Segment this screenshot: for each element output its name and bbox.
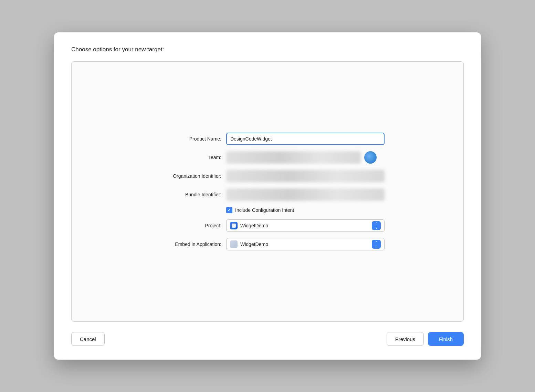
include-config-intent-checkbox[interactable]: [226, 207, 232, 213]
project-arrows-icon: [372, 221, 381, 230]
project-value: WidgetDemo: [240, 223, 372, 228]
project-select[interactable]: WidgetDemo: [226, 219, 385, 232]
checkbox-row: Include Configuration Intent: [150, 207, 385, 213]
product-name-control: [226, 133, 385, 145]
org-identifier-row: Organization Identifier:: [150, 170, 385, 182]
team-row-inner: [226, 151, 385, 164]
footer-left: Cancel: [71, 332, 105, 346]
cancel-button[interactable]: Cancel: [71, 332, 105, 346]
embed-app-arrows-icon: [372, 240, 381, 249]
org-identifier-control: [226, 170, 385, 182]
dialog-title: Choose options for your new target:: [71, 46, 464, 53]
team-row: Team:: [150, 151, 385, 164]
dialog: Choose options for your new target: Prod…: [54, 32, 481, 360]
dialog-footer: Cancel Previous Finish: [71, 332, 464, 346]
bundle-identifier-blurred: [226, 188, 385, 201]
team-label: Team:: [150, 155, 226, 160]
dialog-content-area: Product Name: Team: Organization Identif…: [71, 61, 464, 322]
bundle-identifier-label: Bundle Identifier:: [150, 192, 226, 197]
previous-button[interactable]: Previous: [387, 332, 424, 346]
product-name-label: Product Name:: [150, 136, 226, 142]
embed-app-select[interactable]: WidgetDemo: [226, 238, 385, 250]
finish-button[interactable]: Finish: [428, 332, 464, 346]
org-identifier-blurred: [226, 170, 385, 182]
bundle-identifier-row: Bundle Identifier:: [150, 188, 385, 201]
team-control: [226, 151, 385, 164]
project-control: WidgetDemo: [226, 219, 385, 232]
bundle-identifier-control: [226, 188, 385, 201]
embed-app-control: WidgetDemo: [226, 238, 385, 250]
include-config-intent-label[interactable]: Include Configuration Intent: [226, 207, 294, 213]
project-icon-inner: [232, 224, 236, 228]
team-blurred-field: [226, 151, 361, 164]
embed-app-icon: [230, 240, 238, 248]
org-identifier-label: Organization Identifier:: [150, 173, 226, 179]
project-row: Project: WidgetDemo: [150, 219, 385, 232]
form-rows: Product Name: Team: Organization Identif…: [99, 133, 436, 250]
product-name-input[interactable]: [226, 133, 385, 145]
project-label: Project:: [150, 223, 226, 228]
product-name-row: Product Name:: [150, 133, 385, 145]
embed-app-value: WidgetDemo: [240, 241, 372, 247]
embed-app-label: Embed in Application:: [150, 241, 226, 247]
project-icon: [230, 222, 238, 229]
embed-app-row: Embed in Application: WidgetDemo: [150, 238, 385, 250]
team-avatar: [364, 151, 377, 164]
footer-right: Previous Finish: [387, 332, 464, 346]
include-config-intent-text: Include Configuration Intent: [235, 207, 294, 213]
